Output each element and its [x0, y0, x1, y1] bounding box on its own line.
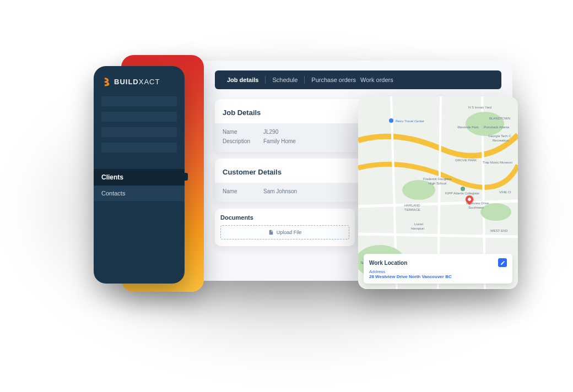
nav-item-placeholder	[101, 96, 177, 106]
work-location-panel: Work Location Address 28 Westview Drive …	[364, 254, 512, 284]
svg-text:Frederick Douglass: Frederick Douglass	[423, 177, 452, 181]
brand-icon	[102, 77, 111, 86]
svg-text:BLANDTOWN: BLANDTOWN	[489, 117, 510, 120]
sidebar: BUILDXACT Clients Contacts	[94, 66, 185, 284]
nav-item-placeholder	[101, 127, 177, 137]
upload-file-button[interactable]: Upload File	[220, 225, 349, 239]
edit-work-location-button[interactable]	[498, 258, 507, 267]
job-desc-value: Family Home	[263, 138, 296, 144]
svg-text:Hampton: Hampton	[411, 227, 424, 230]
svg-point-4	[480, 203, 511, 221]
documents-card: Documents Upload File	[215, 209, 355, 246]
svg-text:Westside Park: Westside Park	[457, 126, 479, 129]
svg-text:Trap Music Museum: Trap Music Museum	[483, 161, 512, 164]
nav-item-placeholder	[101, 112, 177, 122]
tab-work-orders[interactable]: Work orders	[358, 75, 400, 85]
svg-text:GROVE PARK: GROVE PARK	[455, 159, 477, 162]
job-name-value: JL290	[263, 129, 278, 135]
map-card: N S Inman Yard BLANDTOWN Petro Travel Ce…	[358, 96, 518, 289]
svg-text:KIPP Atlanta Collegiate: KIPP Atlanta Collegiate	[445, 192, 480, 195]
tab-job-details[interactable]: Job details	[220, 75, 265, 85]
svg-point-2	[466, 112, 504, 136]
documents-title: Documents	[220, 214, 349, 221]
svg-text:Southwest: Southwest	[468, 206, 484, 209]
job-details-title: Job Details	[223, 108, 261, 117]
svg-text:Petro Travel Center: Petro Travel Center	[396, 119, 424, 123]
sidebar-item-clients[interactable]: Clients	[94, 169, 185, 186]
nav-placeholder	[94, 96, 185, 153]
svg-text:HARLAND: HARLAND	[404, 204, 420, 207]
job-name-label: Name	[223, 129, 255, 135]
tab-schedule[interactable]: Schedule	[266, 75, 304, 85]
svg-point-17	[461, 187, 465, 191]
svg-text:VINE CI: VINE CI	[499, 190, 511, 194]
tab-bar: Job details Schedule Purchase orders Wor…	[215, 70, 501, 89]
svg-text:Puttshack Atlanta: Puttshack Atlanta	[484, 126, 510, 129]
svg-text:Recreation: Recreation	[493, 139, 509, 142]
svg-text:Georgia Tech C: Georgia Tech C	[488, 134, 511, 138]
pencil-icon	[500, 260, 505, 265]
svg-text:WEST END: WEST END	[490, 229, 508, 232]
svg-text:TERRACE: TERRACE	[404, 208, 420, 211]
tab-purchase-orders[interactable]: Purchase orders	[305, 75, 358, 85]
customer-name-label: Name	[223, 188, 255, 194]
address-label: Address	[369, 269, 507, 274]
customer-details-title: Customer Details	[223, 168, 282, 176]
svg-text:High School: High School	[429, 182, 446, 185]
file-icon	[268, 230, 274, 235]
sidebar-item-contacts[interactable]: Contacts	[94, 186, 185, 201]
upload-file-label: Upload File	[277, 230, 302, 235]
address-value[interactable]: 28 Westview Drive North Vancouver BC	[369, 274, 507, 279]
svg-text:Lionel: Lionel	[414, 222, 423, 226]
svg-text:N S Inman Yard: N S Inman Yard	[468, 106, 491, 109]
brand-text: BUILDXACT	[114, 78, 160, 86]
work-location-title: Work Location	[369, 260, 407, 266]
brand-logo: BUILDXACT	[94, 75, 185, 96]
customer-name-value: Sam Johnson	[263, 188, 297, 194]
nav-item-placeholder	[101, 143, 177, 153]
svg-point-7	[389, 118, 393, 123]
job-desc-label: Description	[223, 138, 255, 144]
